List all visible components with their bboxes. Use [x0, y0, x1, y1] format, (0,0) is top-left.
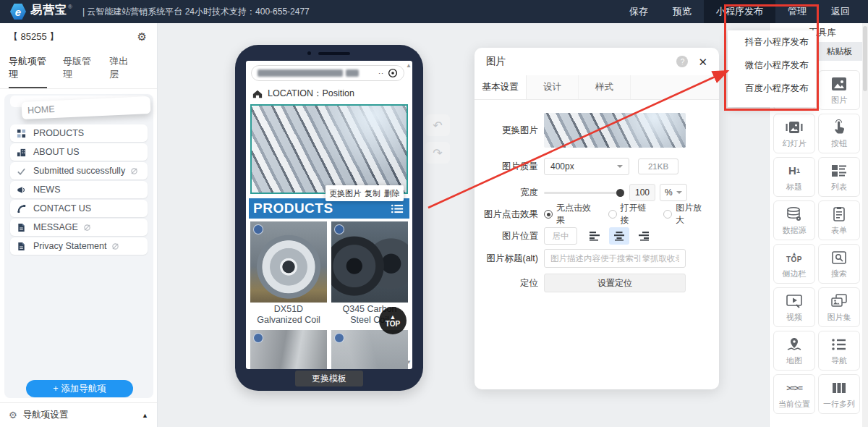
products-banner[interactable]: PRODUCTS — [249, 198, 409, 219]
change-template-button[interactable]: 更换模板 — [295, 371, 363, 386]
radio-no-click[interactable]: 无点击效果 — [544, 202, 599, 227]
site-settings-gear-icon[interactable]: ⚙ — [137, 30, 147, 43]
widget-columns[interactable]: 一行多列 — [818, 374, 860, 414]
panel-title: 图片 — [486, 55, 506, 68]
top-sidebar-icon: ▲TOP — [786, 249, 802, 266]
watermark-badge — [334, 333, 344, 343]
tab-master-manage[interactable]: 母版管理 — [63, 51, 93, 88]
widget-form[interactable]: 表单 — [818, 200, 860, 240]
delete-action[interactable]: 删除 — [384, 188, 400, 199]
redo-button[interactable]: ↷ — [425, 142, 450, 164]
widget-button[interactable]: 按钮 — [818, 114, 860, 153]
widget-image[interactable]: 图片 — [818, 70, 860, 110]
nav-item-news[interactable]: NEWS — [10, 181, 148, 198]
undo-button[interactable]: ↶ — [425, 114, 450, 136]
bullet-list-icon — [831, 336, 847, 353]
help-icon[interactable]: ? — [676, 56, 688, 67]
save-button[interactable]: 保存 — [617, 0, 660, 23]
nav-item-privacy[interactable]: Privacy Statement — [10, 237, 148, 255]
widget-heading[interactable]: H1 标题 — [773, 157, 815, 197]
widget-gallery[interactable]: 图片集 — [818, 287, 860, 327]
add-nav-item-button[interactable]: + 添加导航项 — [26, 380, 133, 397]
width-slider[interactable] — [544, 192, 621, 194]
nav-item-contact-us[interactable]: CONTACT US — [10, 200, 148, 217]
breadcrumb-icon: >=>= — [786, 379, 802, 397]
align-left-icon[interactable] — [584, 227, 605, 245]
tab-design[interactable]: 设计 — [527, 75, 579, 99]
copy-action[interactable]: 复制 — [365, 188, 380, 199]
widget-list[interactable]: 列表 — [818, 157, 860, 197]
slider-knob[interactable] — [616, 189, 624, 197]
topbar: e 易营宝 ® | 云智能建站营销系统平台 24小时技术支持：400-655-2… — [0, 0, 868, 23]
tab-basic-settings[interactable]: 基本设置 — [475, 75, 527, 99]
radio-zoom-image[interactable]: 图片放大 — [663, 202, 710, 227]
back-to-top-button[interactable]: ▲ TOP — [379, 307, 407, 334]
settings-gear-icon: ⚙ — [9, 410, 17, 420]
preview-button[interactable]: 预览 — [660, 0, 704, 23]
grid-icon — [16, 128, 26, 138]
product-image — [250, 221, 327, 303]
file-icon — [16, 222, 26, 232]
width-value-input[interactable] — [629, 184, 655, 201]
file-icon — [16, 241, 26, 251]
quality-select[interactable]: 400px — [544, 158, 629, 175]
product-card[interactable] — [250, 330, 327, 369]
widget-nav[interactable]: 导航 — [818, 331, 860, 371]
up-arrow-icon: ▲ — [390, 314, 396, 320]
widget-sidebar[interactable]: ▲TOP 侧边栏 — [773, 244, 815, 284]
nav-settings-bar[interactable]: ⚙ 导航项设置 ▲ — [0, 402, 157, 427]
heading-icon: H1 — [788, 162, 800, 179]
menu-item-wechat-publish[interactable]: 微信小程序发布 — [728, 54, 816, 77]
widget-breadcrumb[interactable]: >=>= 当前位置 — [773, 374, 815, 414]
widget-search[interactable]: 搜索 — [818, 244, 860, 284]
align-center-icon[interactable] — [609, 227, 629, 245]
watermark-badge — [253, 224, 263, 234]
image-icon — [830, 75, 848, 93]
more-dots-icon[interactable]: ·· — [378, 69, 384, 77]
nav-item-products[interactable]: PRODUCTS — [10, 124, 148, 142]
page-scrollbar-thumb[interactable] — [863, 26, 867, 91]
nav-item-about-us[interactable]: ABOUT US — [10, 143, 148, 161]
nav-item-message[interactable]: MESSAGE — [10, 219, 148, 236]
product-image — [250, 330, 327, 369]
hidden-eye-icon — [111, 242, 119, 250]
tab-nav-item-manage[interactable]: 导航项管理 — [9, 51, 47, 88]
set-anchor-button[interactable]: 设置定位 — [544, 274, 686, 292]
hidden-eye-icon — [130, 167, 138, 175]
list-menu-icon[interactable] — [391, 203, 404, 214]
align-right-icon[interactable] — [634, 227, 654, 245]
hero-image-selected[interactable] — [250, 104, 408, 194]
collapse-triangle-icon[interactable]: ▲ — [142, 412, 148, 419]
product-card[interactable]: DX51D Galvanized Coil — [250, 221, 327, 327]
change-image-label: 更换图片 — [475, 124, 538, 137]
radio-open-link[interactable]: 打开链接 — [608, 202, 655, 227]
menu-item-douyin-publish[interactable]: 抖音小程序发布 — [728, 30, 816, 54]
nav-item-list: HOME PRODUCTS ABOUT US Submitted success… — [4, 94, 153, 398]
alt-title-input[interactable] — [544, 249, 686, 268]
clipboard-tab[interactable]: 粘贴板 — [817, 42, 862, 61]
radio-icon — [544, 210, 553, 219]
product-card[interactable] — [331, 330, 408, 369]
widget-datasource[interactable]: 数据源 — [773, 200, 815, 240]
menu-item-baidu-publish[interactable]: 百度小程序发布 — [728, 77, 816, 100]
center-button[interactable]: 居中 — [544, 227, 577, 245]
back-button[interactable]: 返回 — [819, 0, 862, 23]
image-thumbnail[interactable] — [544, 113, 686, 148]
widget-slideshow[interactable]: 幻灯片 — [773, 114, 815, 153]
database-icon — [786, 206, 803, 223]
tab-style[interactable]: 样式 — [579, 75, 631, 99]
nav-item-submitted[interactable]: Submitted successfully — [10, 162, 148, 179]
widget-video[interactable]: 视频 — [773, 287, 815, 327]
topbar-actions: 保存 预览 小程序发布 管理 返回 — [617, 0, 862, 23]
close-icon[interactable]: ✕ — [698, 56, 707, 67]
image-position-label: 图片位置 — [475, 230, 538, 242]
width-unit-select[interactable]: % — [660, 184, 687, 201]
widget-map[interactable]: 地图 — [773, 331, 815, 371]
scroll-up-icon[interactable]: ▲ — [406, 62, 412, 69]
replace-image-action[interactable]: 更换图片 — [329, 188, 361, 199]
megaphone-icon — [16, 185, 26, 195]
miniprogram-publish-button[interactable]: 小程序发布 — [704, 0, 775, 23]
capsule-target-icon[interactable] — [388, 68, 398, 78]
manage-button[interactable]: 管理 — [775, 0, 819, 23]
tab-popup-layer[interactable]: 弹出层 — [109, 51, 132, 88]
